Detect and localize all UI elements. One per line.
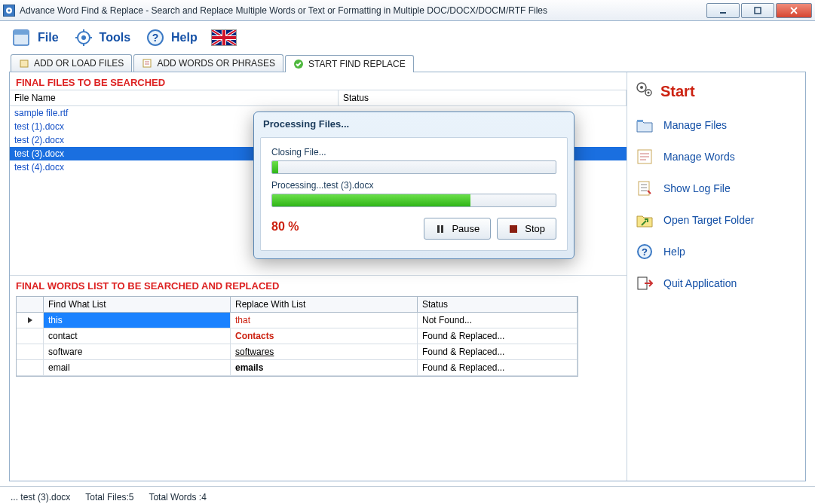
window-title: Advance Word Find & Replace - Search and… <box>20 5 706 16</box>
svg-rect-32 <box>639 182 649 195</box>
processing-dialog: Processing Files... Closing File... Proc… <box>253 111 574 259</box>
main-toolbar: File Tools ? Help <box>0 21 815 54</box>
maximize-button[interactable] <box>741 3 774 18</box>
find-cell: email <box>44 360 231 375</box>
svg-rect-18 <box>20 60 28 67</box>
word-row[interactable]: thisthatNot Found... <box>17 313 578 328</box>
sidebar-start-heading: Start <box>633 77 799 109</box>
progress-bar-processing <box>271 194 556 207</box>
titlebar: Advance Word Find & Replace - Search and… <box>0 0 815 21</box>
close-button[interactable] <box>776 3 812 18</box>
svg-point-26 <box>648 92 650 94</box>
tab-add-words-label: ADD WORDS OR PHRASES <box>157 58 275 69</box>
stop-label: Stop <box>525 223 545 234</box>
minimize-button[interactable] <box>706 3 740 18</box>
find-cell: software <box>44 344 231 359</box>
stop-button[interactable]: Stop <box>497 218 556 240</box>
status-bar: ... test (3).docx Total Files:5 Total Wo… <box>0 486 815 504</box>
quit-icon <box>635 273 654 293</box>
row-marker <box>17 344 44 359</box>
svg-rect-2 <box>755 8 761 14</box>
add-files-icon <box>19 58 29 69</box>
progress-percent: 80 % <box>271 220 299 234</box>
tab-start-label: START FIND REPLACE <box>308 59 406 69</box>
dialog-label-processing: Processing...test (3).docx <box>271 180 556 191</box>
col-filename[interactable]: File Name <box>10 90 339 105</box>
stop-icon <box>508 224 519 234</box>
gear-icon <box>72 27 95 48</box>
file-label: File <box>38 31 59 44</box>
replace-cell: Contacts <box>231 328 418 344</box>
status-cell: Found & Replaced... <box>418 360 578 375</box>
status-total-words: Total Words :4 <box>149 492 206 502</box>
help-label: Help <box>171 31 198 44</box>
sidebar-start-label: Start <box>660 83 695 100</box>
pause-button[interactable]: Pause <box>424 218 491 240</box>
col-find[interactable]: Find What List <box>44 297 231 312</box>
find-cell: this <box>44 313 231 328</box>
status-current-file: ... test (3).docx <box>11 492 70 502</box>
dialog-label-closing: Closing File... <box>271 147 556 157</box>
col-marker <box>17 297 44 312</box>
progress-bar-closing <box>271 160 556 174</box>
svg-rect-1 <box>720 12 726 14</box>
files-heading: FINAL FILES TO BE SEARCHED <box>10 72 627 90</box>
status-cell: Found & Replaced... <box>418 344 578 359</box>
dialog-body: Closing File... Processing...test (3).do… <box>260 137 568 251</box>
col-status[interactable]: Status <box>339 90 627 105</box>
tab-add-files-label: ADD OR LOAD FILES <box>34 58 124 69</box>
word-row[interactable]: softwaresoftwaresFound & Replaced... <box>17 344 578 360</box>
language-flag-icon[interactable] <box>211 29 237 46</box>
svg-rect-19 <box>143 60 151 67</box>
log-icon <box>635 179 654 198</box>
sidebar-item-help[interactable]: ?Help <box>633 236 799 267</box>
tab-start-find-replace[interactable]: START FIND REPLACE <box>285 55 414 72</box>
svg-rect-40 <box>441 225 443 233</box>
words-heading: FINAL WORDS LIST TO BE SEARCHED AND REPL… <box>10 275 627 293</box>
sidebar: Start Manage FilesManage WordsShow Log F… <box>627 72 805 481</box>
svg-rect-39 <box>437 225 440 233</box>
check-icon <box>293 59 304 69</box>
status-total-files: Total Files:5 <box>85 492 133 502</box>
sidebar-item-label: Quit Application <box>663 277 737 289</box>
window-controls <box>706 3 812 18</box>
sidebar-item-quit[interactable]: Quit Application <box>633 267 799 299</box>
pause-icon <box>435 224 446 234</box>
sidebar-item-words[interactable]: Manage Words <box>633 141 799 173</box>
status-cell: Found & Replaced... <box>418 328 578 344</box>
svg-point-24 <box>640 86 643 89</box>
sidebar-item-label: Manage Files <box>663 119 727 131</box>
svg-rect-4 <box>14 30 29 35</box>
tools-menu[interactable]: Tools <box>72 27 130 48</box>
words-table-header: Find What List Replace With List Status <box>17 297 578 313</box>
word-row[interactable]: contactContactsFound & Replaced... <box>17 328 578 344</box>
help-icon: ? <box>635 242 654 261</box>
help-menu[interactable]: ? Help <box>144 27 198 48</box>
col-word-status[interactable]: Status <box>418 297 578 312</box>
tab-add-files[interactable]: ADD OR LOAD FILES <box>11 54 132 72</box>
app-icon <box>3 5 15 17</box>
dialog-title: Processing Files... <box>254 112 574 133</box>
row-marker <box>17 313 44 328</box>
replace-cell: softwares <box>231 344 418 359</box>
sidebar-item-log[interactable]: Show Log File <box>633 173 799 204</box>
gears-icon <box>635 80 654 103</box>
find-cell: contact <box>44 328 231 344</box>
tab-strip: ADD OR LOAD FILES ADD WORDS OR PHRASES S… <box>0 54 815 72</box>
tab-add-words[interactable]: ADD WORDS OR PHRASES <box>133 54 283 72</box>
svg-text:?: ? <box>152 32 159 44</box>
row-marker <box>17 360 44 375</box>
word-row[interactable]: emailemailsFound & Replaced... <box>17 360 578 376</box>
replace-cell: that <box>231 313 418 328</box>
file-menu[interactable]: File <box>11 27 59 48</box>
svg-text:?: ? <box>642 246 648 258</box>
sidebar-item-folder[interactable]: Manage Files <box>633 109 799 141</box>
col-replace[interactable]: Replace With List <box>231 297 418 312</box>
replace-cell: emails <box>231 360 418 375</box>
sidebar-item-target[interactable]: Open Target Folder <box>633 204 799 236</box>
add-words-icon <box>142 58 152 69</box>
svg-rect-17 <box>212 36 236 39</box>
status-cell: Not Found... <box>418 313 578 328</box>
file-icon <box>11 27 33 48</box>
words-table: Find What List Replace With List Status … <box>16 296 578 377</box>
